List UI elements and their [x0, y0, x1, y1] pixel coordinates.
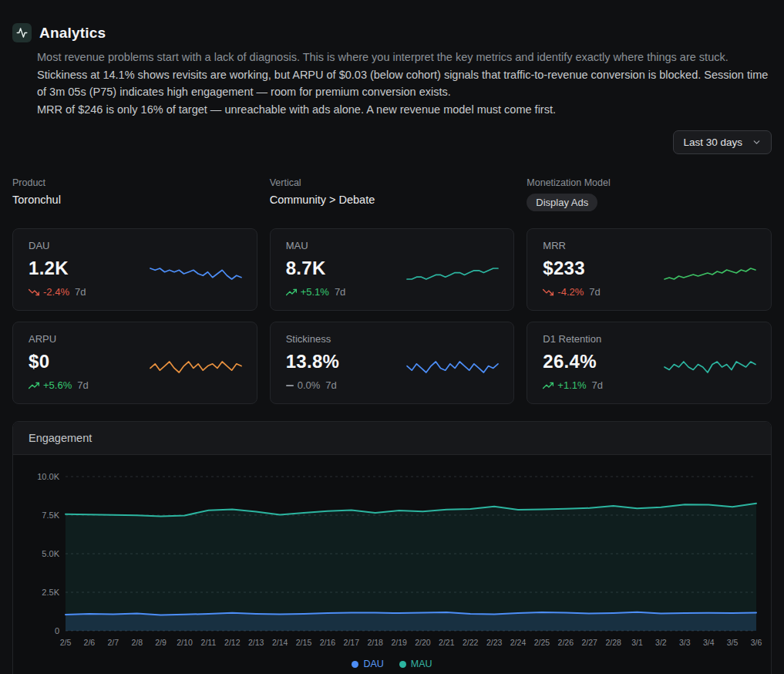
- metric-label: MRR: [543, 240, 755, 251]
- svg-text:2/26: 2/26: [558, 638, 574, 647]
- svg-text:2/23: 2/23: [486, 638, 503, 647]
- metric-card-mrr: MRR $233 -4.2% 7d: [527, 228, 772, 311]
- delta-period: 7d: [589, 286, 600, 298]
- svg-text:2/19: 2/19: [391, 638, 407, 647]
- svg-text:2/20: 2/20: [415, 638, 431, 647]
- svg-text:3/2: 3/2: [655, 638, 667, 647]
- svg-text:2/12: 2/12: [224, 638, 241, 647]
- metric-delta: -2.4% 7d: [29, 286, 241, 298]
- svg-text:2/13: 2/13: [248, 638, 264, 647]
- monetization-info: Monetization Model Display Ads: [527, 177, 772, 211]
- date-range-label: Last 30 days: [683, 136, 742, 148]
- sparkline: [405, 262, 500, 285]
- legend-label-mau: MAU: [411, 659, 432, 669]
- svg-text:3/1: 3/1: [631, 638, 643, 647]
- svg-text:7.5K: 7.5K: [42, 511, 59, 520]
- svg-text:2/18: 2/18: [367, 638, 383, 647]
- svg-text:2/11: 2/11: [201, 638, 217, 647]
- legend-dot-mau: [399, 661, 406, 668]
- engagement-card: Engagement 02.5K5.0K7.5K10.0K2/52/62/72/…: [12, 421, 772, 674]
- metric-card-dau: DAU 1.2K -2.4% 7d: [12, 228, 257, 311]
- vertical-label: Vertical: [270, 177, 515, 188]
- trending-up-icon: [543, 380, 554, 391]
- svg-text:2/7: 2/7: [107, 638, 119, 647]
- svg-text:2/27: 2/27: [581, 638, 597, 647]
- sparkline: [663, 262, 757, 285]
- dash-icon: [286, 385, 294, 386]
- engagement-chart: 02.5K5.0K7.5K10.0K2/52/62/72/82/92/102/1…: [13, 455, 771, 652]
- engagement-title: Engagement: [13, 422, 771, 455]
- page-title: Analytics: [39, 25, 106, 42]
- metric-card-d1-retention: D1 Retention 26.4% +1.1% 7d: [527, 322, 772, 404]
- svg-text:2/8: 2/8: [131, 638, 143, 647]
- metric-delta: +5.1% 7d: [286, 286, 499, 298]
- conclusion-text: MRR of $246 is only 16% of target — unre…: [12, 101, 772, 118]
- diagnosis-text: Stickiness at 14.1% shows revisits are w…: [12, 66, 772, 100]
- metric-label: MAU: [286, 240, 499, 251]
- svg-text:2/21: 2/21: [439, 638, 455, 647]
- metric-delta: 0.0% 7d: [286, 379, 499, 391]
- metric-delta: -4.2% 7d: [543, 286, 755, 298]
- delta-period: 7d: [75, 286, 86, 298]
- svg-text:2/17: 2/17: [344, 638, 360, 647]
- date-range-dropdown[interactable]: Last 30 days: [673, 130, 772, 154]
- product-value: Toronchul: [12, 194, 257, 206]
- metric-label: D1 Retention: [543, 333, 755, 345]
- delta-value: +5.6%: [43, 379, 72, 391]
- monetization-badge: Display Ads: [527, 194, 597, 211]
- sparkline: [149, 356, 243, 379]
- delta-value: +5.1%: [301, 286, 329, 298]
- svg-text:3/3: 3/3: [679, 638, 691, 647]
- svg-text:2/16: 2/16: [320, 638, 336, 647]
- svg-text:2/28: 2/28: [605, 638, 621, 647]
- range-row: Last 30 days: [12, 130, 772, 154]
- delta-value: -4.2%: [557, 286, 584, 298]
- sparkline: [405, 356, 500, 379]
- metric-card-stickiness: Stickiness 13.8% 0.0% 7d: [270, 322, 515, 404]
- svg-text:2/6: 2/6: [84, 638, 96, 647]
- svg-text:3/4: 3/4: [703, 638, 715, 647]
- chart-legend: DAU MAU: [13, 659, 771, 669]
- sparkline: [149, 262, 243, 285]
- svg-text:0: 0: [55, 626, 59, 635]
- legend-item-dau: DAU: [352, 659, 383, 669]
- engagement-chart-svg: 02.5K5.0K7.5K10.0K2/52/62/72/82/92/102/1…: [25, 463, 772, 652]
- svg-text:2/24: 2/24: [510, 638, 527, 647]
- legend-item-mau: MAU: [399, 659, 432, 669]
- svg-text:2.5K: 2.5K: [42, 588, 59, 597]
- page-header: Analytics: [12, 23, 772, 42]
- delta-value: +1.1%: [557, 379, 586, 391]
- sparkline: [663, 356, 757, 379]
- metric-card-arpu: ARPU $0 +5.6% 7d: [12, 322, 257, 404]
- delta-value: 0.0%: [298, 379, 321, 391]
- svg-text:2/25: 2/25: [534, 638, 550, 647]
- svg-text:3/6: 3/6: [751, 638, 762, 647]
- metric-label: ARPU: [29, 333, 241, 345]
- metric-label: Stickiness: [286, 333, 499, 345]
- activity-icon: [12, 23, 32, 42]
- svg-text:2/9: 2/9: [155, 638, 167, 647]
- trending-down-icon: [543, 287, 554, 298]
- metric-delta: +1.1% 7d: [543, 379, 755, 391]
- svg-text:2/22: 2/22: [463, 638, 479, 647]
- svg-text:2/14: 2/14: [272, 638, 288, 647]
- analytics-page: Analytics Most revenue problems start wi…: [0, 0, 784, 674]
- metric-label: DAU: [29, 240, 241, 251]
- metric-delta: +5.6% 7d: [29, 379, 241, 391]
- trending-up-icon: [286, 287, 297, 298]
- vertical-value: Community > Debate: [270, 194, 515, 206]
- svg-text:3/5: 3/5: [727, 638, 739, 647]
- delta-value: -2.4%: [43, 286, 69, 298]
- trending-down-icon: [29, 287, 39, 298]
- legend-label-dau: DAU: [363, 659, 383, 669]
- delta-period: 7d: [335, 286, 345, 298]
- trending-up-icon: [29, 380, 39, 391]
- vertical-info: Vertical Community > Debate: [270, 177, 515, 211]
- metrics-grid: DAU 1.2K -2.4% 7d MAU 8.7K +5.1% 7d: [12, 228, 772, 404]
- svg-text:2/10: 2/10: [177, 638, 193, 647]
- delta-period: 7d: [592, 379, 603, 391]
- delta-period: 7d: [77, 379, 88, 391]
- monetization-label: Monetization Model: [527, 177, 772, 188]
- delta-period: 7d: [325, 379, 336, 391]
- legend-dot-dau: [352, 661, 358, 668]
